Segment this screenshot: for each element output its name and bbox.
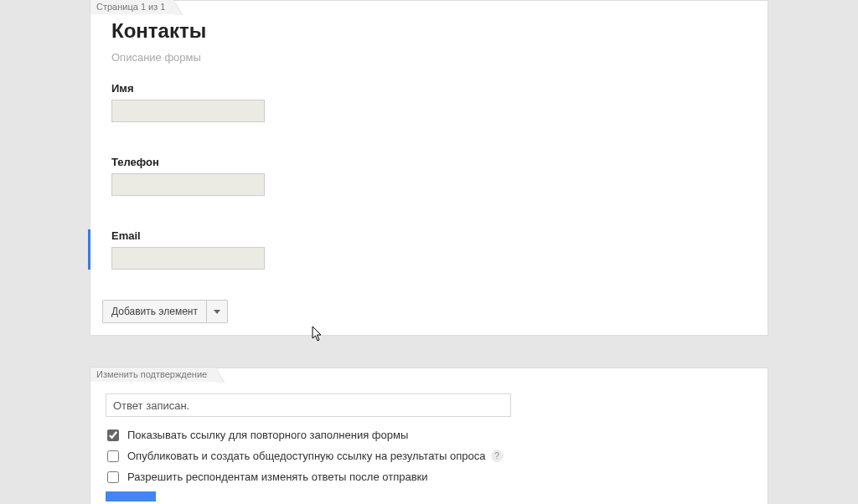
page-indicator-tab: Страница 1 из 1 <box>90 0 174 14</box>
chevron-down-icon[interactable] <box>207 310 227 314</box>
form-description[interactable]: Описание формы <box>111 51 747 64</box>
question-email[interactable]: Email <box>88 229 747 270</box>
question-label: Имя <box>111 82 747 95</box>
answer-input-name[interactable] <box>111 100 265 122</box>
option-label: Показывать ссылку для повторного заполне… <box>127 429 408 441</box>
option-label: Опубликовать и создать общедоступную ссы… <box>127 450 486 462</box>
add-element-label: Добавить элемент <box>103 306 206 317</box>
question-label: Телефон <box>111 156 747 168</box>
form-editor-panel: Страница 1 из 1 Контакты Описание формы … <box>90 0 768 336</box>
confirmation-tab: Изменить подтверждение <box>90 367 216 382</box>
checkbox-show-resubmit[interactable] <box>107 429 119 441</box>
answer-input-phone[interactable] <box>111 173 265 196</box>
option-allow-edit[interactable]: Разрешить респондентам изменять ответы п… <box>106 471 752 483</box>
checkbox-allow-edit[interactable] <box>107 471 119 483</box>
primary-action-button[interactable] <box>106 491 156 501</box>
answer-input-email[interactable] <box>111 247 265 270</box>
confirmation-panel: Изменить подтверждение Показывать ссылку… <box>90 368 768 504</box>
question-label: Email <box>111 229 747 242</box>
checkbox-publish-results[interactable] <box>107 450 119 462</box>
question-name[interactable]: Имя <box>111 82 747 122</box>
question-phone[interactable]: Телефон <box>111 156 747 196</box>
option-show-resubmit-link[interactable]: Показывать ссылку для повторного заполне… <box>106 429 752 441</box>
option-label: Разрешить респондентам изменять ответы п… <box>127 471 428 483</box>
help-icon[interactable]: ? <box>491 450 504 462</box>
add-element-button[interactable]: Добавить элемент <box>102 300 228 323</box>
option-publish-results[interactable]: Опубликовать и создать общедоступную ссы… <box>106 450 752 462</box>
form-title[interactable]: Контакты <box>111 19 747 43</box>
confirmation-message-input[interactable] <box>106 393 511 417</box>
